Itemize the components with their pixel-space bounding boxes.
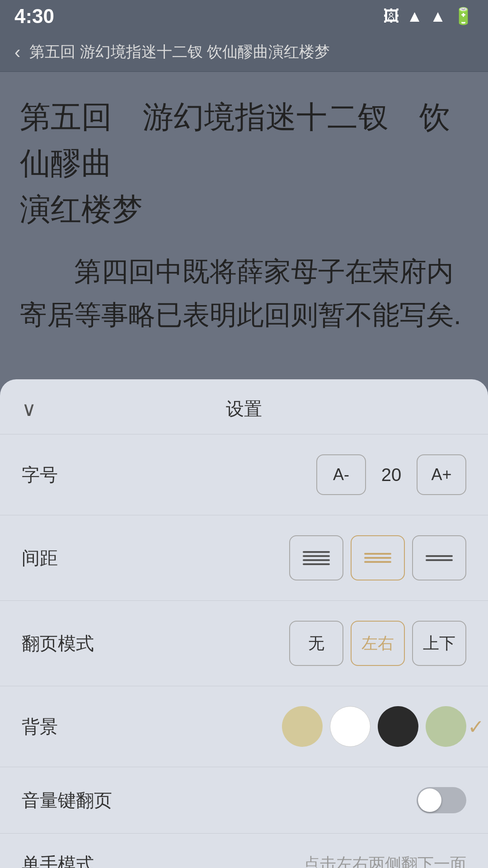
reading-area: 第五回 游幻境指迷十二钗 饮仙醪曲 演红楼梦 第四回中既将薛家母子在荣府内寄居等… — [0, 72, 488, 379]
settings-title: 设置 — [226, 396, 262, 421]
font-size-row: 字号 A- 20 A+ — [0, 434, 488, 515]
volume-key-label: 音量键翻页 — [22, 788, 112, 813]
background-controls — [282, 706, 466, 747]
settings-panel: ∨ 设置 字号 A- 20 A+ 间距 — [0, 379, 488, 868]
single-hand-row: 单手模式 点击左右两侧翻下一面 — [0, 834, 488, 868]
signal-icon: ▲ — [430, 7, 446, 26]
page-mode-tb-button[interactable]: 上下 — [412, 621, 466, 666]
font-size-controls: A- 20 A+ — [316, 454, 466, 495]
wifi-icon: ▲ — [407, 7, 423, 26]
nav-bar: ‹ 第五回 游幻境指迷十二钗 饮仙醪曲演红楼梦 — [0, 33, 488, 72]
font-size-label: 字号 — [22, 462, 58, 487]
bg-beige-button[interactable] — [282, 706, 323, 747]
page-mode-row: 翻页模式 无 左右 上下 — [0, 601, 488, 686]
toggle-knob — [418, 788, 441, 812]
spacing-row: 间距 — [0, 515, 488, 601]
page-mode-label: 翻页模式 — [22, 631, 94, 656]
font-size-value: 20 — [373, 465, 409, 485]
spacing-dense-button[interactable] — [289, 535, 343, 580]
page-mode-none-button[interactable]: 无 — [289, 621, 343, 666]
settings-close-button[interactable]: ∨ — [22, 397, 36, 420]
settings-header: ∨ 设置 — [0, 379, 488, 434]
page-mode-controls: 无 左右 上下 — [289, 621, 466, 666]
volume-key-row: 音量键翻页 — [0, 767, 488, 834]
font-increase-button[interactable]: A+ — [417, 454, 466, 495]
volume-key-toggle[interactable] — [417, 787, 466, 813]
status-time: 4:30 — [14, 5, 54, 28]
bg-green-button[interactable] — [426, 706, 466, 747]
nav-title: 第五回 游幻境指迷十二钗 饮仙醪曲演红楼梦 — [29, 42, 330, 62]
background-row: 背景 — [0, 686, 488, 767]
spacing-medium-button[interactable] — [351, 535, 405, 580]
chapter-content: 第四回中既将薛家母子在荣府内寄居等事略已表明此回则暂不能写矣. — [20, 250, 468, 337]
single-hand-hint: 点击左右两侧翻下一面 — [304, 853, 466, 868]
spacing-controls — [289, 535, 466, 580]
background-label: 背景 — [22, 714, 58, 739]
status-bar: 4:30 🖼 ▲ ▲ 🔋 — [0, 0, 488, 33]
chapter-title: 第五回 游幻境指迷十二钗 饮仙醪曲 演红楼梦 — [20, 94, 468, 232]
spacing-label: 间距 — [22, 546, 58, 571]
bg-white-button[interactable] — [330, 706, 371, 747]
spacing-wide-button[interactable] — [412, 535, 466, 580]
font-decrease-button[interactable]: A- — [316, 454, 366, 495]
battery-icon: 🔋 — [453, 7, 474, 26]
status-icons: 🖼 ▲ ▲ 🔋 — [383, 7, 474, 26]
bg-black-button[interactable] — [378, 706, 418, 747]
back-button[interactable]: ‹ — [14, 42, 20, 62]
single-hand-label: 单手模式 — [22, 852, 94, 868]
image-icon: 🖼 — [383, 7, 399, 26]
page-mode-lr-button[interactable]: 左右 — [351, 621, 405, 666]
